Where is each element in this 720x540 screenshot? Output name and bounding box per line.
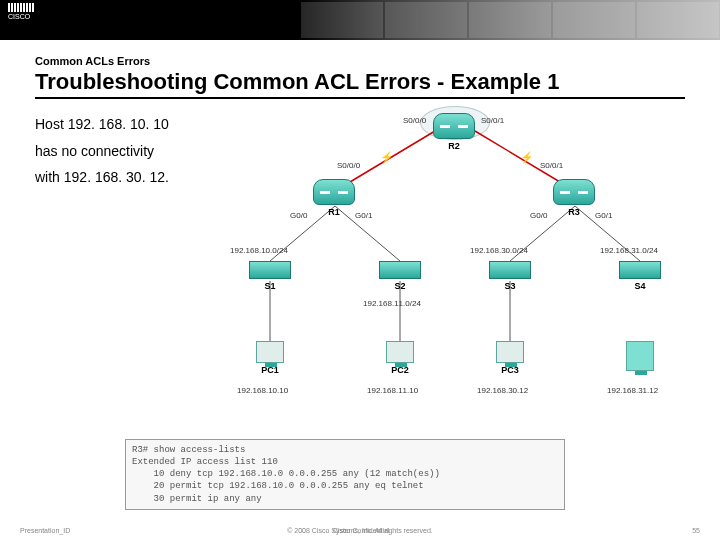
section-label: Common ACLs Errors <box>35 55 685 67</box>
header-bar: CISCO <box>0 0 720 40</box>
host-label: 192.168.31.12 <box>607 386 658 395</box>
slide-title: Troubleshooting Common ACL Errors - Exam… <box>35 69 685 99</box>
router-r3: R3 <box>553 179 595 217</box>
router-r2: R2 <box>433 113 475 151</box>
topology-links <box>235 111 685 431</box>
router-r1: R1 <box>313 179 355 217</box>
cli-output: R3# show access-lists Extended IP access… <box>125 439 565 510</box>
header-photo-strip <box>300 0 720 40</box>
iface-label: S0/0/1 <box>481 116 504 125</box>
subnet-label: 192.168.31.0/24 <box>600 246 658 255</box>
network-diagram: R2 R1 R3 ⚡ ⚡ S0/0/0 S0/0/1 S0/0/0 S0/0/1… <box>235 111 685 431</box>
cisco-logo: CISCO <box>8 3 34 20</box>
switch-s1: S1 <box>249 261 291 291</box>
subnet-label: 192.168.10.0/24 <box>230 246 288 255</box>
host-label: 192.168.30.12 <box>477 386 528 395</box>
iface-label: S0/0/0 <box>403 116 426 125</box>
switch-s4: S4 <box>619 261 661 291</box>
host-label: 192.168.10.10 <box>237 386 288 395</box>
switch-s3: S3 <box>489 261 531 291</box>
pc-1: PC1 <box>256 341 284 375</box>
text-line-2: has no connectivity <box>35 138 225 165</box>
footer: Presentation_ID © 2008 Cisco Systems, In… <box>0 527 720 534</box>
server-icon <box>626 341 654 373</box>
iface-label: G0/0 <box>290 211 307 220</box>
lightning-icon: ⚡ <box>520 151 534 164</box>
text-line-3: with 192. 168. 30. 12. <box>35 164 225 191</box>
host-label: 192.168.11.10 <box>367 386 418 395</box>
slide-content: Common ACLs Errors Troubleshooting Commo… <box>0 40 720 510</box>
lightning-icon: ⚡ <box>380 151 394 164</box>
subnet-label: 192.168.30.0/24 <box>470 246 528 255</box>
pc-3: PC3 <box>496 341 524 375</box>
iface-label: S0/0/1 <box>540 161 563 170</box>
switch-s2: S2 <box>379 261 421 291</box>
logo-text: CISCO <box>8 13 30 20</box>
iface-label: G0/0 <box>530 211 547 220</box>
iface-label: S0/0/0 <box>337 161 360 170</box>
iface-label: G0/1 <box>355 211 372 220</box>
pc-2: PC2 <box>386 341 414 375</box>
text-line-1: Host 192. 168. 10. 10 <box>35 111 225 138</box>
copyright: © 2008 Cisco Systems, Inc. All rights re… <box>0 527 720 534</box>
problem-text: Host 192. 168. 10. 10 has no connectivit… <box>35 111 225 431</box>
subnet-label: 192.168.11.0/24 <box>363 299 421 308</box>
iface-label: G0/1 <box>595 211 612 220</box>
